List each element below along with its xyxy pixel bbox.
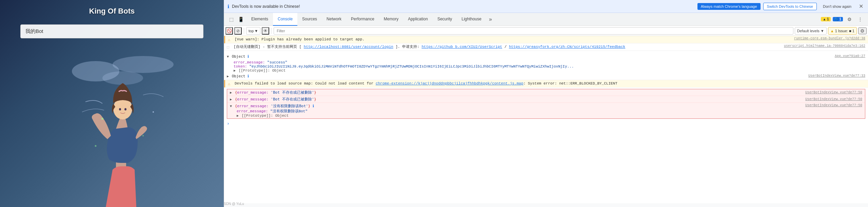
error-row: ▶ {error_message: 'Bot 不存在或已被删除'} UserBo… — [227, 96, 865, 103]
bot-name-display: 我的Bot — [20, 24, 203, 38]
console-line: ⚠ DevTools failed to load source map: Co… — [224, 80, 868, 88]
chevron-down-icon: ▼ — [821, 29, 824, 33]
menu-button[interactable]: ⋮ — [856, 15, 865, 24]
object-toggle[interactable]: ▶ Object ℹ — [227, 74, 249, 78]
link[interactable]: https://github b.com/XIU2/UserScript — [421, 45, 502, 49]
error-property: error_message: "没有权限删除该Bot" — [237, 109, 308, 114]
error-expanded-content: error_message: "没有权限删除该Bot" ▶ [[Prototyp… — [230, 109, 308, 118]
left-panel: King Of Bots 我的Bot — [0, 0, 224, 207]
spacer — [224, 51, 868, 54]
tab-bar-icons: ⬚ 📱 — [225, 15, 246, 24]
triangle-icon: ▶ — [230, 98, 232, 101]
log-levels-button[interactable]: Default levels ▼ — [795, 27, 827, 35]
error-toggle[interactable]: ▶ {error_message: 'Bot 不存在或已被删除'} — [230, 97, 316, 102]
console-source-link[interactable]: userscript.html?name.1a-7006041da7e3:162 — [784, 44, 865, 48]
object-row: error_message: "success" — [227, 60, 865, 64]
link[interactable]: https://greasyfork.org/zh-CN/scripts/419… — [509, 45, 625, 49]
page-title: King Of Bots — [89, 7, 135, 16]
switch-chinese-button[interactable]: Switch DevTools to Chinese — [763, 3, 817, 10]
svg-point-6 — [101, 118, 103, 120]
filter-input[interactable] — [274, 27, 793, 35]
devtools-panel: ℹ DevTools is now available in Chinese! … — [224, 0, 868, 207]
tab-security[interactable]: Security — [433, 13, 457, 26]
svg-point-8 — [95, 145, 97, 147]
info-bar-text: DevTools is now available in Chinese! — [232, 4, 695, 9]
svg-point-9 — [153, 111, 154, 113]
triangle-icon: ▼ — [230, 105, 232, 108]
object-row: token: "eyJhbGciOiJIUzI1NiJ9.eyJqdGkiOiJ… — [227, 64, 865, 69]
object-info-icon: ℹ — [248, 55, 249, 59]
context-dropdown[interactable]: top ▼ — [246, 27, 260, 35]
svg-point-1 — [113, 56, 174, 73]
triangle-icon: ▶ — [227, 75, 229, 78]
info-icon: ℹ — [228, 4, 229, 9]
eye-button[interactable]: 👁 — [262, 27, 269, 35]
tab-elements[interactable]: Elements — [246, 13, 273, 26]
separator — [244, 28, 244, 34]
info-icon: ⬚ — [227, 45, 232, 49]
triangle-icon: ▼ — [227, 55, 229, 59]
tab-lighthouse[interactable]: Lighthouse — [457, 13, 486, 26]
console-output: ⚠ [Vue warn]: Plugin has already been ap… — [224, 36, 868, 203]
svg-point-2 — [102, 71, 143, 85]
error-row: ▶ {error_message: 'Bot 不存在或已被删除'} UserBo… — [227, 89, 865, 96]
match-language-button[interactable]: Always match Chrome's language — [697, 3, 761, 10]
anime-figure — [68, 51, 177, 207]
console-source-link[interactable]: App.vue?91a0:27 — [835, 54, 865, 58]
object-prototype[interactable]: ▶ [[Prototype]]: Object — [227, 69, 865, 73]
error-box: ▶ {error_message: 'Bot 不存在或已被删除'} UserBo… — [227, 89, 865, 119]
triangle-icon: ▶ — [237, 114, 239, 118]
console-source-link[interactable]: UserBotIndexView.vue?de77:33 — [808, 74, 865, 78]
svg-point-4 — [119, 108, 121, 111]
tab-bar: ⬚ 📱 Elements Console Sources Network Per… — [224, 13, 868, 26]
tab-console[interactable]: Console — [273, 13, 297, 26]
error-toggle[interactable]: ▼ {error_message: '没有权限删除该Bot'} ℹ — [230, 104, 314, 109]
warn-icon: ⚠ — [228, 37, 233, 42]
console-source-link[interactable]: UserBotIndexView.vue?de77:50 — [805, 91, 862, 94]
console-source-link[interactable]: UserBotIndexView.vue?de77:50 — [805, 97, 862, 101]
chevron-down-icon: ▼ — [254, 29, 258, 33]
info-bar: ℹ DevTools is now available in Chinese! … — [224, 0, 868, 13]
triangle-icon: ▶ — [234, 69, 236, 73]
triangle-icon: ▶ — [230, 91, 232, 95]
warning-badge: ▲ 1 — [821, 17, 830, 21]
settings-button[interactable]: ⚙ — [845, 15, 854, 24]
object-toggle[interactable]: ▼ Object ℹ — [227, 54, 249, 59]
warn-icon: ⚠ — [228, 81, 233, 87]
console-message: DevTools failed to load source map: Coul… — [235, 81, 865, 87]
error-prototype[interactable]: ▶ [[Prototype]]: Object — [237, 114, 308, 118]
issues-button[interactable]: ▲ 1 Issue: ■ 1 — [828, 27, 857, 35]
link[interactable]: chrome-extension://kjacjjdnoddnpbbcjilca… — [376, 81, 524, 86]
tab-memory[interactable]: Memory — [379, 13, 403, 26]
tab-sources[interactable]: Sources — [297, 13, 322, 26]
tab-application[interactable]: Application — [403, 13, 433, 26]
object-block: ▼ Object ℹ App.vue?91a0:27 error_message… — [224, 54, 868, 73]
error-row-expanded: ▼ {error_message: '没有权限删除该Bot'} ℹ UserBo… — [227, 103, 865, 118]
info-icon: ℹ — [313, 104, 314, 108]
tab-more-button[interactable]: » — [486, 16, 495, 22]
console-line: ⚠ [Vue warn]: Plugin has already been ap… — [224, 36, 868, 43]
tab-performance[interactable]: Performance — [346, 13, 379, 26]
clear-console-button[interactable]: 🚫 — [225, 27, 233, 35]
toolbar-right: Default levels ▼ ▲ 1 Issue: ■ 1 ⚙ — [795, 27, 867, 35]
console-message: [自动无缝翻页] - 暂不支持当前网页 [ http://localhost:8… — [234, 44, 781, 50]
cursor-caret: › — [227, 121, 230, 126]
console-toolbar: 🚫 ⊘ top ▼ 👁 Default levels ▼ ▲ 1 Issue: … — [224, 26, 868, 36]
object-info-icon: ℹ — [248, 74, 249, 78]
console-source-link[interactable]: UserBotIndexView.vue?de77:50 — [805, 104, 862, 109]
inspect-element-button[interactable]: ⬚ — [227, 15, 236, 24]
tab-network[interactable]: Network — [322, 13, 346, 26]
console-settings-button[interactable]: ⚙ — [858, 27, 867, 34]
toggle-filter-button[interactable]: ⊘ — [234, 27, 242, 35]
link[interactable]: http://localhost:8081/user/account/login — [304, 45, 393, 49]
console-source-link[interactable]: runtime-core.esm-bundler.js?d2dd:38 — [794, 37, 865, 40]
console-line: ▶ Object ℹ UserBotIndexView.vue?de77:33 — [224, 73, 868, 80]
watermark: CSDN @ YuLu — [224, 202, 865, 206]
dont-show-again-button[interactable]: Don't show again — [820, 3, 855, 10]
separator2 — [271, 28, 272, 34]
error-toggle[interactable]: ▶ {error_message: 'Bot 不存在或已被删除'} — [230, 90, 316, 95]
device-toolbar-button[interactable]: 📱 — [236, 15, 245, 24]
console-message: [Vue warn]: Plugin has already been appl… — [235, 37, 791, 42]
console-cursor-line[interactable]: › — [224, 120, 868, 127]
info-bar-close-button[interactable]: ✕ — [857, 3, 865, 10]
